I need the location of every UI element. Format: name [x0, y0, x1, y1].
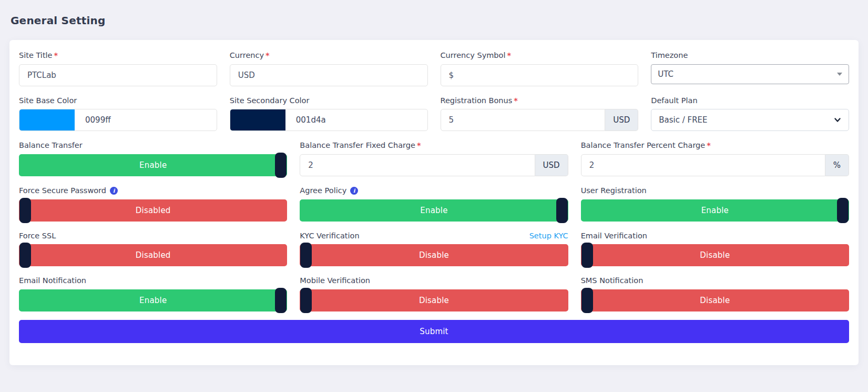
- site-secondary-color-label: Site Secondary Color: [230, 96, 428, 105]
- toggle-state-label: Enable: [701, 206, 729, 215]
- required-mark: *: [417, 141, 421, 150]
- site-title-input[interactable]: [19, 64, 217, 86]
- toggle-state-label: Disable: [419, 250, 449, 260]
- toggle-state-label: Enable: [139, 296, 167, 305]
- currency-symbol-label: Currency Symbol*: [441, 51, 639, 60]
- email-notification-field: Email Notification Enable: [19, 276, 287, 311]
- toggle-state-label: Disable: [419, 296, 449, 305]
- site-title-field: Site Title*: [19, 51, 217, 86]
- label-text: Force Secure Password: [19, 186, 106, 195]
- force-ssl-toggle[interactable]: Disabled: [19, 244, 287, 266]
- toggle-knob: [275, 153, 287, 178]
- site-secondary-color-picker[interactable]: 001d4a: [230, 109, 428, 131]
- toggle-knob: [300, 243, 312, 268]
- balance-transfer-field: Balance Transfer Enable: [19, 141, 287, 176]
- sms-notification-toggle[interactable]: Disable: [581, 289, 849, 311]
- row-4: Force Secure Password i Disabled Agree P…: [19, 186, 849, 222]
- email-notification-toggle[interactable]: Enable: [19, 289, 287, 311]
- kyc-verification-toggle[interactable]: Disable: [300, 244, 568, 266]
- label-text: Email Notification: [19, 276, 86, 285]
- required-mark: *: [265, 51, 270, 60]
- user-registration-label: User Registration: [581, 186, 849, 195]
- mobile-verification-toggle[interactable]: Disable: [300, 289, 568, 311]
- label-text: Mobile Verification: [300, 276, 370, 285]
- default-plan-select[interactable]: Basic / FREE: [651, 109, 849, 131]
- row-6: Email Notification Enable Mobile Verific…: [19, 276, 849, 311]
- balance-transfer-percent-charge-input[interactable]: [581, 154, 825, 176]
- label-text: Site Secondary Color: [230, 96, 310, 105]
- required-mark: *: [514, 96, 518, 105]
- toggle-state-label: Disable: [700, 296, 730, 305]
- site-base-color-picker[interactable]: 0099ff: [19, 109, 217, 131]
- timezone-select[interactable]: UTC: [651, 64, 849, 84]
- balance-transfer-fixed-charge-label: Balance Transfer Fixed Charge*: [300, 141, 568, 150]
- label-text: Balance Transfer Fixed Charge: [300, 141, 415, 150]
- currency-field: Currency*: [230, 51, 428, 86]
- force-ssl-label: Force SSL: [19, 232, 287, 240]
- kyc-verification-field: KYC Verification Setup KYC Disable: [300, 232, 568, 267]
- color-swatch[interactable]: [230, 109, 285, 130]
- chevron-down-icon: [834, 116, 841, 124]
- email-notification-label: Email Notification: [19, 276, 287, 285]
- site-secondary-color-field: Site Secondary Color 001d4a: [230, 96, 428, 132]
- default-plan-selected-value: Basic / FREE: [659, 115, 707, 125]
- submit-button[interactable]: Submit: [19, 320, 849, 343]
- toggle-knob: [19, 198, 31, 223]
- default-plan-field: Default Plan Basic / FREE: [651, 96, 849, 132]
- row-1: Site Title* Currency* Currency Symbol* T…: [19, 51, 849, 86]
- balance-transfer-fixed-charge-field: Balance Transfer Fixed Charge* USD: [300, 141, 568, 176]
- site-base-color-label: Site Base Color: [19, 96, 217, 105]
- setup-kyc-link[interactable]: Setup KYC: [529, 232, 568, 240]
- balance-transfer-toggle[interactable]: Enable: [19, 154, 287, 176]
- currency-addon: USD: [605, 109, 638, 131]
- currency-symbol-field: Currency Symbol*: [441, 51, 639, 86]
- label-text: SMS Notification: [581, 276, 644, 285]
- label-text: Balance Transfer: [19, 141, 83, 150]
- email-verification-label: Email Verification: [581, 232, 849, 240]
- timezone-label: Timezone: [651, 51, 849, 60]
- registration-bonus-field: Registration Bonus* USD: [441, 96, 639, 132]
- toggle-state-label: Enable: [139, 160, 167, 170]
- row-2: Site Base Color 0099ff Site Secondary Co…: [19, 96, 849, 132]
- currency-symbol-input[interactable]: [441, 64, 639, 86]
- color-swatch[interactable]: [19, 109, 75, 130]
- row-3: Balance Transfer Enable Balance Transfer…: [19, 141, 849, 176]
- toggle-knob: [556, 198, 568, 223]
- balance-transfer-percent-charge-field: Balance Transfer Percent Charge* %: [581, 141, 849, 176]
- agree-policy-toggle[interactable]: Enable: [300, 199, 568, 222]
- general-setting-card: Site Title* Currency* Currency Symbol* T…: [9, 40, 859, 365]
- balance-transfer-fixed-charge-input[interactable]: [300, 154, 535, 176]
- label-text: User Registration: [581, 186, 647, 195]
- toggle-knob: [581, 288, 593, 313]
- required-mark: *: [707, 141, 711, 150]
- force-secure-password-label: Force Secure Password i: [19, 186, 287, 195]
- sms-notification-field: SMS Notification Disable: [581, 276, 849, 311]
- required-mark: *: [507, 51, 511, 60]
- timezone-field: Timezone UTC: [651, 51, 849, 86]
- label-text: Currency: [230, 51, 264, 60]
- label-text: Email Verification: [581, 232, 647, 240]
- color-value: 001d4a: [285, 115, 326, 125]
- percent-addon: %: [825, 154, 849, 176]
- kyc-verification-label: KYC Verification Setup KYC: [300, 232, 568, 240]
- mobile-verification-field: Mobile Verification Disable: [300, 276, 568, 311]
- agree-policy-label: Agree Policy i: [300, 186, 568, 195]
- label-text: Default Plan: [651, 96, 697, 105]
- email-verification-toggle[interactable]: Disable: [581, 244, 849, 266]
- balance-transfer-label: Balance Transfer: [19, 141, 287, 150]
- label-text: Registration Bonus: [441, 96, 513, 105]
- user-registration-toggle[interactable]: Enable: [581, 199, 849, 222]
- info-icon[interactable]: i: [350, 187, 358, 195]
- registration-bonus-input[interactable]: [441, 109, 606, 131]
- currency-input[interactable]: [230, 64, 428, 86]
- force-secure-password-field: Force Secure Password i Disabled: [19, 186, 287, 222]
- toggle-state-label: Enable: [420, 206, 447, 215]
- label-text: Timezone: [651, 51, 688, 60]
- site-base-color-field: Site Base Color 0099ff: [19, 96, 217, 132]
- info-icon[interactable]: i: [110, 187, 118, 195]
- force-secure-password-toggle[interactable]: Disabled: [19, 199, 287, 222]
- label-text: Agree Policy: [300, 186, 346, 195]
- mobile-verification-label: Mobile Verification: [300, 276, 568, 285]
- label-text: Balance Transfer Percent Charge: [581, 141, 706, 150]
- user-registration-field: User Registration Enable: [581, 186, 849, 222]
